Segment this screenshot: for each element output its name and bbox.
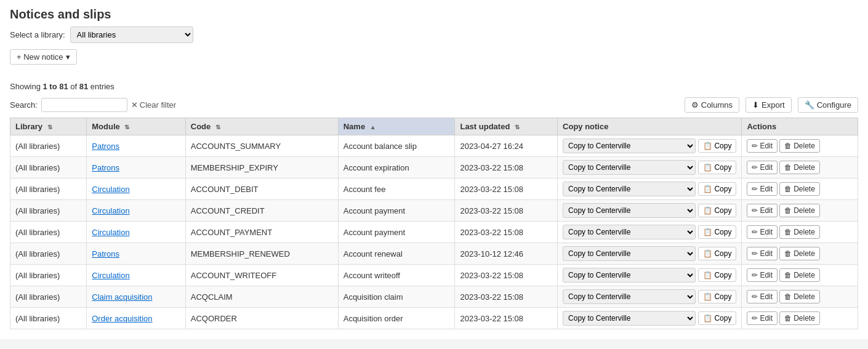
edit-label: Edit — [760, 142, 773, 150]
copy-button[interactable]: 📋Copy — [698, 204, 736, 217]
cell-module: Patrons — [87, 243, 186, 265]
delete-button[interactable]: 🗑Delete — [779, 290, 820, 303]
cell-actions: ✏Edit🗑Delete — [742, 222, 858, 243]
module-link[interactable]: Claim acquisition — [92, 292, 152, 302]
search-label: Search: — [10, 100, 38, 110]
edit-icon: ✏ — [752, 142, 758, 150]
copy-button[interactable]: 📋Copy — [698, 161, 736, 174]
delete-button[interactable]: 🗑Delete — [779, 225, 820, 239]
col-module[interactable]: Module ⇅ — [87, 118, 186, 135]
cell-actions: ✏Edit🗑Delete — [742, 308, 858, 329]
cell-last-updated: 2023-03-22 15:08 — [455, 200, 558, 222]
cell-code: ACCOUNT_WRITEOFF — [185, 265, 338, 286]
library-select[interactable]: All libraries — [70, 26, 193, 43]
edit-label: Edit — [760, 228, 773, 236]
trash-icon: 🗑 — [784, 142, 792, 150]
module-link[interactable]: Order acquisition — [92, 314, 152, 323]
trash-icon: 🗑 — [784, 249, 792, 258]
delete-button[interactable]: 🗑Delete — [779, 268, 820, 282]
copy-notice-select[interactable]: Copy to Centerville — [563, 289, 696, 304]
copy-button[interactable]: 📋Copy — [698, 290, 736, 303]
copy-label: Copy — [714, 185, 731, 193]
edit-label: Edit — [760, 185, 773, 193]
cell-actions: ✏Edit🗑Delete — [742, 243, 858, 265]
copy-label: Copy — [714, 314, 731, 323]
copy-button[interactable]: 📋Copy — [698, 182, 736, 196]
copy-button[interactable]: 📋Copy — [698, 139, 736, 153]
edit-button[interactable]: ✏Edit — [747, 247, 778, 260]
delete-label: Delete — [794, 314, 815, 323]
edit-button[interactable]: ✏Edit — [747, 204, 778, 217]
copy-notice-select[interactable]: Copy to Centerville — [563, 182, 696, 196]
table-row: (All libraries)CirculationACCOUNT_PAYMEN… — [10, 222, 858, 243]
copy-notice-select[interactable]: Copy to Centerville — [563, 203, 696, 218]
columns-label: Columns — [701, 100, 733, 110]
cell-library: (All libraries) — [10, 157, 87, 179]
edit-button[interactable]: ✏Edit — [747, 268, 778, 282]
copy-icon: 📋 — [703, 292, 712, 301]
edit-button[interactable]: ✏Edit — [747, 182, 778, 196]
delete-button[interactable]: 🗑Delete — [779, 204, 820, 217]
cell-name: Account payment — [338, 200, 455, 222]
module-link[interactable]: Circulation — [92, 228, 129, 237]
module-link[interactable]: Circulation — [92, 206, 129, 215]
col-name[interactable]: Name ▲ — [338, 118, 455, 135]
copy-notice-select[interactable]: Copy to Centerville — [563, 268, 696, 283]
sort-library-icon: ⇅ — [47, 124, 52, 130]
copy-button[interactable]: 📋Copy — [698, 311, 736, 325]
module-link[interactable]: Patrons — [92, 163, 119, 172]
sort-code-icon: ⇅ — [215, 124, 220, 130]
edit-button[interactable]: ✏Edit — [747, 161, 778, 174]
copy-notice-select[interactable]: Copy to Centerville — [563, 246, 696, 261]
cell-code: ACCOUNT_DEBIT — [185, 179, 338, 200]
copy-notice-select[interactable]: Copy to Centerville — [563, 160, 696, 175]
columns-button[interactable]: ⚙ Columns — [685, 97, 739, 113]
module-link[interactable]: Patrons — [92, 142, 119, 151]
delete-button[interactable]: 🗑Delete — [779, 182, 820, 196]
cell-code: ACCOUNTS_SUMMARY — [185, 135, 338, 157]
copy-button[interactable]: 📋Copy — [698, 268, 736, 282]
module-link[interactable]: Patrons — [92, 249, 119, 259]
delete-label: Delete — [794, 206, 815, 215]
col-last-updated[interactable]: Last updated ⇅ — [455, 118, 558, 135]
configure-button[interactable]: 🔧 Configure — [798, 97, 858, 113]
copy-notice-select[interactable]: Copy to Centerville — [563, 311, 696, 326]
delete-button[interactable]: 🗑Delete — [779, 311, 820, 325]
edit-icon: ✏ — [752, 185, 758, 193]
module-link[interactable]: Circulation — [92, 185, 129, 194]
copy-button[interactable]: 📋Copy — [698, 247, 736, 260]
edit-icon: ✏ — [752, 228, 758, 236]
export-button[interactable]: ⬇ Export — [745, 97, 792, 113]
new-notice-label: + New notice — [17, 52, 63, 62]
cell-library: (All libraries) — [10, 265, 87, 286]
cell-module: Patrons — [87, 135, 186, 157]
edit-button[interactable]: ✏Edit — [747, 311, 778, 325]
module-link[interactable]: Circulation — [92, 271, 129, 280]
new-notice-button[interactable]: + New notice ▾ — [10, 49, 77, 65]
showing-total: 81 — [79, 82, 88, 91]
copy-notice-select[interactable]: Copy to Centerville — [563, 225, 696, 239]
search-input[interactable] — [41, 98, 127, 112]
copy-button[interactable]: 📋Copy — [698, 225, 736, 239]
copy-notice-select[interactable]: Copy to Centerville — [563, 138, 696, 153]
delete-button[interactable]: 🗑Delete — [779, 139, 820, 153]
cell-code: MEMBERSHIP_RENEWED — [185, 243, 338, 265]
edit-button[interactable]: ✏Edit — [747, 139, 778, 153]
col-copy-notice: Copy notice — [558, 118, 742, 135]
cell-copy-notice: Copy to Centerville📋Copy — [558, 200, 742, 222]
cell-last-updated: 2023-04-27 16:24 — [455, 135, 558, 157]
edit-button[interactable]: ✏Edit — [747, 225, 778, 239]
edit-button[interactable]: ✏Edit — [747, 290, 778, 303]
delete-label: Delete — [794, 228, 815, 236]
trash-icon: 🗑 — [784, 228, 792, 236]
edit-icon: ✏ — [752, 206, 758, 215]
clear-filter-button[interactable]: ✕ Clear filter — [131, 100, 176, 110]
cell-module: Order acquisition — [87, 308, 186, 329]
copy-icon: 📋 — [703, 142, 712, 150]
edit-label: Edit — [760, 163, 773, 172]
cell-name: Account expiration — [338, 157, 455, 179]
col-code[interactable]: Code ⇅ — [185, 118, 338, 135]
delete-button[interactable]: 🗑Delete — [779, 161, 820, 174]
delete-button[interactable]: 🗑Delete — [779, 247, 820, 260]
col-library[interactable]: Library ⇅ — [10, 118, 87, 135]
